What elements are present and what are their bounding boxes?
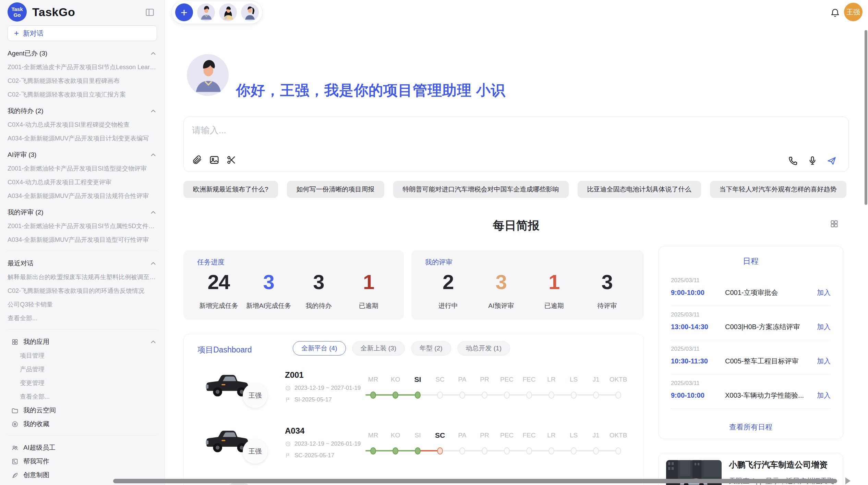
milestone-dot: [504, 391, 510, 399]
scroll-right-arrow-icon[interactable]: [845, 477, 851, 484]
user-avatar[interactable]: 王强: [844, 3, 863, 21]
send-button[interactable]: [826, 155, 837, 167]
recent-chat-item[interactable]: 公司Q3轻卡销量: [8, 300, 157, 309]
project-row[interactable]: 王强 A034 2023-12-19 ~ 2026-01-19 SC-2025-…: [184, 423, 643, 477]
collapse-sidebar-button[interactable]: [144, 8, 156, 18]
sidebar-item-help-me-write[interactable]: 帮我写作: [8, 457, 157, 465]
view-all-schedule-link[interactable]: 查看所有日程: [659, 422, 843, 432]
agent-avatar[interactable]: [219, 3, 237, 21]
group-header[interactable]: Agent已办 (3): [8, 49, 157, 58]
new-chat-label: 新对话: [23, 29, 44, 38]
milestone-dot: [415, 391, 421, 399]
attach-file-button[interactable]: [191, 154, 203, 166]
recent-chat-item[interactable]: 解释最新出台的欧盟报废车法规再生塑料比例被调至15%...: [8, 273, 157, 281]
project-next-milestone: SI-2025-05-17: [285, 396, 361, 403]
voice-call-button[interactable]: [787, 155, 799, 167]
group-title: 最近对话: [8, 259, 34, 268]
apps-view-all-link[interactable]: 查看全部...: [20, 393, 157, 401]
chevron-up-icon[interactable]: [149, 260, 157, 267]
group-header[interactable]: 我的应用: [8, 338, 157, 346]
project-code: A034: [285, 426, 361, 436]
bell-icon: [830, 8, 840, 18]
chevron-up-icon[interactable]: [149, 338, 157, 346]
sidebar-task-item[interactable]: Z001-全新燃油轻卡产品开发项目SI造型提交物评审: [8, 164, 157, 173]
suggestion-chip[interactable]: 欧洲新规最近颁布了什么?: [183, 181, 278, 198]
horizontal-scrollbar[interactable]: [113, 479, 837, 483]
sidebar-item-cloud-space[interactable]: 我的云空间: [8, 406, 157, 414]
tab-new-platform[interactable]: 全新平台 (4): [293, 341, 346, 356]
sidebar-task-item[interactable]: C0X4-动力总成开发项目工程变更评审: [8, 178, 157, 186]
sidebar-item-favorites[interactable]: 我的收藏: [8, 420, 157, 428]
suggestion-chip[interactable]: 比亚迪全固态电池计划具体说了什么: [578, 181, 701, 198]
group-header[interactable]: 我的评审 (2): [8, 208, 157, 216]
tab-powertrain[interactable]: 动总开发 (1): [457, 341, 510, 356]
stat-overdue: 1 已逾期: [343, 271, 394, 310]
logo-text-bottom: Go: [14, 12, 21, 18]
voice-input-button[interactable]: [807, 155, 818, 167]
app-link-project-mgmt[interactable]: 项目管理: [20, 351, 157, 360]
sidebar: Task Go TaskGo + 新对话 Agent已办 (3) Z001-全新…: [0, 0, 165, 485]
join-meeting-link[interactable]: 加入: [817, 391, 831, 400]
milestone-dot: [615, 447, 621, 455]
chevron-up-icon[interactable]: [149, 50, 157, 57]
briefing-layout-button[interactable]: [829, 219, 839, 229]
sidebar-task-item[interactable]: Z001-全新燃油轻卡产品开发项目SI节点属性5D文件评审: [8, 222, 157, 230]
new-chat-button[interactable]: + 新对话: [8, 25, 157, 41]
milestone-dot: [437, 391, 443, 399]
clock-icon: [285, 385, 291, 391]
app-link-change-mgmt[interactable]: 变更管理: [20, 379, 157, 387]
join-meeting-link[interactable]: 加入: [817, 357, 831, 366]
sidebar-task-item[interactable]: Z001-全新燃油皮卡产品开发项目SI节点Lesson Learn报告: [8, 63, 157, 71]
suggestion-chip[interactable]: 当下年轻人对汽车外观有怎样的喜好趋势: [710, 181, 846, 198]
grid-icon: [11, 338, 19, 346]
group-title: 我的待办 (2): [8, 107, 44, 115]
session-avatars-bar: +: [171, 1, 263, 24]
join-meeting-link[interactable]: 加入: [817, 288, 831, 297]
join-meeting-link[interactable]: 加入: [817, 322, 831, 332]
vertical-scrollbar[interactable]: [865, 30, 867, 205]
recent-view-all-link[interactable]: 查看全部...: [8, 314, 157, 322]
screenshot-button[interactable]: [226, 154, 237, 166]
agent-avatar[interactable]: [241, 3, 259, 21]
chat-composer[interactable]: 请输入...: [183, 116, 849, 172]
schedule-item[interactable]: 2025/03/11 10:30-11:30 C005-整车工程目标评审 加入: [671, 340, 831, 374]
notifications-button[interactable]: [830, 8, 841, 18]
app-link-product-mgmt[interactable]: 产品管理: [20, 365, 157, 373]
sidebar-group-recent: 最近对话 解释最新出台的欧盟报废车法规再生塑料比例被调至15%... C02-飞…: [8, 259, 157, 322]
item-label: 我的收藏: [23, 420, 49, 428]
sidebar-task-item[interactable]: A034-全新新能源MUV产品开发项目造型可行性评审: [8, 236, 157, 244]
sidebar-group-ai-review: AI评审 (3) Z001-全新燃油轻卡产品开发项目SI造型提交物评审 C0X4…: [8, 151, 157, 200]
group-header[interactable]: AI评审 (3): [8, 151, 157, 159]
schedule-item[interactable]: 2025/03/11 9:00-10:00 X003-车辆动力学性能验... 加…: [671, 374, 831, 409]
sidebar-item-ai-super-staff[interactable]: AI超级员工: [8, 444, 157, 452]
app-name: TaskGo: [32, 5, 75, 19]
schedule-item[interactable]: 2025/03/11 9:00-10:00 C001-立项审批会 加入: [671, 272, 831, 306]
stat-pending-review: 3 待评审: [581, 271, 634, 310]
suggestion-chip[interactable]: 如何写一份清晰的项目周报: [287, 181, 384, 198]
chevron-up-icon[interactable]: [149, 107, 157, 115]
chevron-up-icon[interactable]: [149, 209, 157, 216]
schedule-item[interactable]: 2025/03/11 13:00-14:30 C003|H0B-方案冻结评审 加…: [671, 306, 831, 340]
project-row[interactable]: 王强 Z001 2023-12-19 ~ 2027-01-19 SI-2025-…: [184, 367, 643, 422]
logo-text-top: Task: [11, 6, 23, 12]
sidebar-task-item[interactable]: C02-飞腾新能源轻客改款项目里程碑画布: [8, 77, 157, 85]
sidebar-task-item[interactable]: A034-全新新能源MUV产品开发项目计划变更表编写: [8, 134, 157, 142]
project-info: A034 2023-12-19 ~ 2026-01-19 SC-2025-05-…: [285, 426, 361, 459]
sidebar-task-item[interactable]: C0X4-动力总成开发项目SI里程碑提交物检查: [8, 121, 157, 129]
tab-model-year[interactable]: 年型 (2): [411, 341, 451, 356]
insert-image-button[interactable]: [208, 154, 220, 166]
sidebar-task-item[interactable]: A034-全新新能源MUV产品开发项目法规符合性评审: [8, 192, 157, 200]
quill-icon: [11, 472, 19, 479]
agent-avatar[interactable]: [197, 3, 215, 21]
chevron-up-icon[interactable]: [149, 151, 157, 159]
group-header[interactable]: 我的待办 (2): [8, 107, 157, 115]
milestone-dot: [482, 391, 487, 399]
recent-chat-item[interactable]: C02-飞腾新能源轻客改款项目的闭环通告反馈情况: [8, 287, 157, 295]
sidebar-item-creative-drawing[interactable]: 创意制图: [8, 471, 157, 479]
group-title: 我的应用: [23, 337, 49, 346]
sidebar-task-item[interactable]: C02-飞腾新能源轻客改款项目立项汇报方案: [8, 90, 157, 99]
suggestion-chip[interactable]: 特朗普可能对进口汽车增税会对中国车企造成哪些影响: [393, 181, 569, 198]
tab-new-body[interactable]: 全新上装 (3): [352, 341, 405, 356]
group-header[interactable]: 最近对话: [8, 259, 157, 268]
add-session-button[interactable]: +: [175, 3, 193, 21]
